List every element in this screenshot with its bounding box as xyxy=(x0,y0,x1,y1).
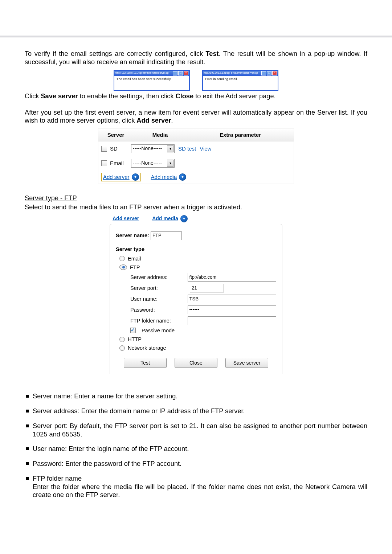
select-value: -----None----- xyxy=(133,145,162,152)
add-server-word: Add server xyxy=(136,117,171,124)
popup-titlebar: http://192.168.5.121/cgi-bin/admin/tests… xyxy=(114,71,189,76)
server-port-row: Server port: 21 xyxy=(130,284,276,292)
radio-ftp[interactable] xyxy=(119,264,127,270)
list-item-title: FTP folder name xyxy=(33,475,82,482)
popup-titlebar: http://192.168.5.121/cgi-bin/admin/tests… xyxy=(203,71,278,76)
user-name-label: User name: xyxy=(130,296,188,302)
paragraph-after-setup: After you set up the first event server,… xyxy=(25,108,367,125)
server-list-figure: Server Media Extra parameter SD -----Non… xyxy=(98,128,294,184)
radio-email[interactable] xyxy=(119,256,125,261)
close-icon: × xyxy=(184,71,188,75)
col-extra: Extra parameter xyxy=(187,132,294,139)
radio-http-label: HTTP xyxy=(128,336,142,342)
chevron-down-icon: ▾ xyxy=(167,145,173,152)
popup-error: http://192.168.5.121/cgi-bin/admin/tests… xyxy=(202,70,278,91)
server-port-input[interactable]: 21 xyxy=(190,284,224,292)
radio-network-storage[interactable] xyxy=(119,345,125,351)
list-item: Server port: By default, the FTP server … xyxy=(25,422,367,439)
ftp-form-figure: Add server Add media Server name: FTP Se… xyxy=(110,215,282,374)
radio-http-row: HTTP xyxy=(119,336,276,342)
paragraph-ftp-desc: Select to send the media files to an FTP… xyxy=(25,203,367,212)
text: . xyxy=(171,117,173,124)
popup-url: http://192.168.5.121/cgi-bin/admin/tests… xyxy=(115,71,169,75)
list-item: User name: Enter the login name of the F… xyxy=(25,445,367,453)
bullet-list: Server name: Enter a name for the server… xyxy=(25,392,367,499)
popup-url: http://192.168.5.121/cgi-bin/admin/tests… xyxy=(204,71,258,75)
server-address-row: Server address: ftp://abc.com xyxy=(130,273,276,282)
server-name-input[interactable]: FTP xyxy=(151,231,182,240)
add-icon xyxy=(179,173,186,181)
minimize-icon: – xyxy=(261,71,266,75)
view-link[interactable]: View xyxy=(200,145,211,152)
passive-mode-row: Passive mode xyxy=(130,327,276,334)
radio-ftp-label: FTP xyxy=(130,264,140,271)
server-name-label: Server name: xyxy=(116,232,151,239)
minimize-icon: – xyxy=(173,71,177,75)
server-port-label: Server port: xyxy=(130,285,190,291)
close-word: Close xyxy=(176,93,194,100)
col-server: Server xyxy=(98,132,133,139)
row-label-email: Email xyxy=(110,160,131,167)
passive-mode-label: Passive mode xyxy=(142,327,175,334)
test-button[interactable]: Test xyxy=(124,358,167,368)
close-icon: × xyxy=(272,71,277,75)
ftp-folder-row: FTP folder name: xyxy=(130,316,276,325)
ftp-folder-label: FTP folder name: xyxy=(130,317,188,324)
radio-netstorage-row: Network storage xyxy=(119,345,276,351)
password-input[interactable]: •••••• xyxy=(188,305,276,314)
server-address-input[interactable]: ftp://abc.com xyxy=(188,273,276,282)
checkbox-email[interactable] xyxy=(101,160,107,166)
add-server-link[interactable]: Add server xyxy=(101,173,141,181)
test-word: Test xyxy=(206,50,219,57)
select-value: -----None----- xyxy=(133,160,162,167)
save-server-word: Save server xyxy=(41,93,78,100)
popup-body: The email has been sent successfully. xyxy=(114,76,189,90)
form-panel: Server name: FTP Server type Email FTP S… xyxy=(110,224,282,374)
add-icon xyxy=(132,173,139,181)
tab-add-media[interactable]: Add media xyxy=(152,215,188,222)
table-header: Server Media Extra parameter xyxy=(98,129,294,141)
passive-mode-checkbox[interactable] xyxy=(130,328,136,333)
server-name-row: Server name: FTP xyxy=(116,231,276,240)
form-tabs: Add server Add media xyxy=(110,215,282,222)
text: Click xyxy=(25,93,41,100)
table-row: Email -----None----- ▾ xyxy=(98,156,294,171)
list-item: FTP folder name Enter the folder where t… xyxy=(25,475,367,499)
maximize-icon: □ xyxy=(267,71,271,75)
password-label: Password: xyxy=(130,307,188,313)
media-select-sd[interactable]: -----None----- ▾ xyxy=(131,144,175,153)
list-item: Password: Enter the password of the FTP … xyxy=(25,460,367,468)
tab-add-server[interactable]: Add server xyxy=(113,215,139,222)
button-row: Test Close Save server xyxy=(116,358,276,368)
close-button[interactable]: Close xyxy=(175,358,217,368)
sd-test-link[interactable]: SD test xyxy=(178,145,196,152)
col-media: Media xyxy=(133,132,187,139)
server-type-heading: Server type - FTP xyxy=(25,194,367,202)
save-server-button[interactable]: Save server xyxy=(225,358,268,368)
paragraph-verify: To verify if the email settings are corr… xyxy=(25,50,367,66)
radio-http[interactable] xyxy=(119,337,125,342)
add-links-row: Add server Add media xyxy=(98,171,294,184)
text: After you set up the first event server,… xyxy=(25,109,367,124)
row-label-sd: SD xyxy=(110,145,131,152)
password-row: Password: •••••• xyxy=(130,305,276,314)
maximize-icon: □ xyxy=(178,71,183,75)
link-label: Add media xyxy=(151,174,177,181)
ftp-folder-input[interactable] xyxy=(188,316,276,325)
user-name-input[interactable]: TSB xyxy=(188,295,276,303)
server-address-label: Server address: xyxy=(130,274,188,280)
chevron-down-icon: ▾ xyxy=(167,160,173,167)
checkbox-sd[interactable] xyxy=(101,146,107,152)
tab-label: Add server xyxy=(113,216,139,222)
popup-success: http://192.168.5.121/cgi-bin/admin/tests… xyxy=(114,70,190,91)
paragraph-save: Click Save server to enable the settings… xyxy=(25,92,367,100)
text: To verify if the email settings are corr… xyxy=(25,50,206,57)
add-media-link[interactable]: Add media xyxy=(151,173,187,181)
server-type-label: Server type xyxy=(116,246,276,253)
table-row: SD -----None----- ▾ SD test View xyxy=(98,141,294,156)
popup-screenshots: http://192.168.5.121/cgi-bin/admin/tests… xyxy=(25,70,367,91)
radio-ftp-row: FTP xyxy=(119,264,276,271)
radio-network-storage-label: Network storage xyxy=(128,345,166,351)
text: to enable the settings, then click xyxy=(78,93,176,100)
media-select-email[interactable]: -----None----- ▾ xyxy=(131,159,175,168)
